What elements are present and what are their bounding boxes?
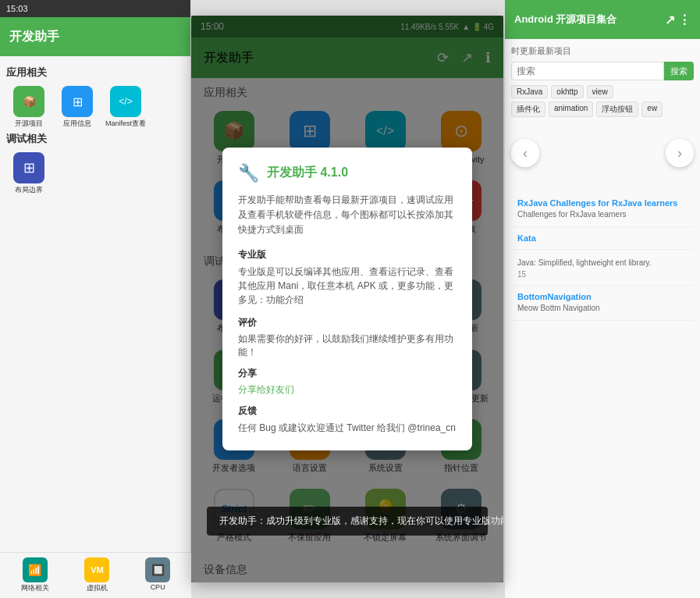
- icon-label: Manifest查看: [105, 119, 146, 129]
- popup-rating-title: 评价: [238, 316, 457, 329]
- left-time: 15:03: [6, 4, 28, 13]
- manifest-icon: </>: [110, 86, 141, 117]
- right-header: Android 开源项目集合 ↗ ⋮: [505, 0, 700, 39]
- icon-label: 网络相关: [21, 583, 49, 593]
- popup-feedback-text: 任何 Bug 或建议欢迎通过 Twitter 给我们 @trinea_cn: [238, 421, 457, 435]
- tag-animation[interactable]: animation: [549, 101, 593, 117]
- tag-view[interactable]: view: [587, 85, 613, 98]
- nav-right-arrow[interactable]: ›: [666, 139, 694, 167]
- tag-plugin[interactable]: 插件化: [511, 101, 545, 117]
- open-source-icon: 📦: [13, 86, 44, 117]
- list-item[interactable]: 📶 网络相关: [21, 557, 49, 593]
- repo-desc: Meow Bottm Navigation: [517, 303, 688, 314]
- icon-label: 虚拟机: [87, 583, 108, 593]
- repo-title: RxJava Challenges for RxJava learners: [517, 198, 688, 208]
- popup-feedback-title: 反馈: [238, 404, 457, 418]
- left-section-debug: 调试相关: [6, 129, 184, 149]
- tag-ew[interactable]: ew: [641, 101, 663, 117]
- layout-border-icon: ⊞: [13, 152, 44, 183]
- left-panel: 15:03 开发助手 应用相关 📦 开源项目 ⊞ 应用信息 </> Manife…: [0, 0, 191, 598]
- popup-rating-text: 如果需要你的好评，以鼓励我们继续维护更多有用功能！: [238, 333, 457, 359]
- left-header-title: 开发助手: [9, 29, 59, 45]
- popup-header: 🔧 开发助手 4.1.0: [238, 163, 457, 183]
- repo-item-3[interactable]: Java: Simplified, lightweight ent librar…: [511, 250, 694, 286]
- left-app-icons: 📦 开源项目 ⊞ 应用信息 </> Manifest查看: [6, 86, 184, 129]
- popup-card: 🔧 开发助手 4.1.0 开发助手能帮助查看每日最新开源项目，速调试应用及查看手…: [222, 148, 472, 451]
- app-info-icon: ⊞: [62, 86, 93, 117]
- repo-meta: 15: [517, 270, 688, 279]
- nav-area: ‹ ›: [511, 123, 694, 186]
- vm-icon: VM: [84, 557, 109, 582]
- toast-message: 开发助手：成功升级到专业版，感谢支持，现在你可以使用专业版功能了: [207, 507, 488, 536]
- left-bottom: 📶 网络相关 VM 虚拟机 🔲 CPU: [0, 552, 191, 598]
- right-header-title: Android 开源项目集合: [514, 12, 616, 27]
- repo-item-1[interactable]: RxJava Challenges for RxJava learners Ch…: [511, 192, 694, 227]
- popup-wrench-icon: 🔧: [238, 163, 259, 183]
- list-item[interactable]: ⊞ 应用信息: [55, 86, 100, 129]
- nav-left-arrow[interactable]: ‹: [511, 139, 539, 167]
- popup-overlay[interactable]: 🔧 开发助手 4.1.0 开发助手能帮助查看每日最新开源项目，速调试应用及查看手…: [191, 16, 503, 582]
- tag-okhttp[interactable]: okhttp: [551, 85, 583, 98]
- list-item[interactable]: 📦 开源项目: [6, 86, 52, 129]
- search-button[interactable]: 搜索: [664, 62, 694, 80]
- right-search-bar: 搜索: [511, 62, 694, 80]
- repo-item-4[interactable]: BottomNavigation Meow Bottm Navigation: [511, 286, 694, 321]
- tag-float[interactable]: 浮动按钮: [596, 101, 638, 117]
- list-item[interactable]: ⊞ 布局边界: [6, 152, 52, 195]
- tag-rxjava[interactable]: RxJava: [511, 85, 548, 98]
- popup-share-text: 分享给好友们: [238, 383, 457, 397]
- tag-row2: 插件化 animation 浮动按钮 ew: [511, 101, 694, 117]
- popup-special-text: 专业版是可以反编译其他应用、查看运行记录、查看其他应用 Mani，取任意本机 A…: [238, 265, 457, 307]
- search-input[interactable]: [511, 62, 664, 80]
- right-subtitle: 时更新最新项目: [511, 45, 694, 57]
- repo-desc: Java: Simplified, lightweight ent librar…: [517, 258, 688, 269]
- popup-share-title: 分享: [238, 367, 457, 380]
- left-section-app: 应用相关: [6, 62, 184, 83]
- list-item[interactable]: </> Manifest查看: [103, 86, 148, 129]
- repo-title: BottomNavigation: [517, 292, 688, 301]
- left-debug-icons: ⊞ 布局边界: [6, 152, 184, 195]
- left-header: 开发助手: [0, 17, 190, 56]
- list-item[interactable]: VM 虚拟机: [84, 557, 109, 593]
- tag-row: RxJava okhttp view: [511, 85, 694, 98]
- repo-title: Kata: [517, 233, 688, 243]
- left-content: 应用相关 📦 开源项目 ⊞ 应用信息 </> Manifest查看 调试相关 ⊞…: [0, 56, 190, 201]
- right-content: 时更新最新项目 搜索 RxJava okhttp view 插件化 animat…: [505, 39, 700, 327]
- icon-label: 布局边界: [15, 185, 43, 195]
- icon-label: CPU: [151, 583, 165, 591]
- left-status-bar: 15:03: [0, 0, 190, 17]
- popup-special-section: 专业版: [238, 248, 457, 262]
- popup-title: 开发助手 4.1.0: [267, 165, 348, 181]
- repo-desc: Challenges for RxJava learners: [517, 209, 688, 220]
- left-bottom-row: 📶 网络相关 VM 虚拟机 🔲 CPU: [0, 552, 191, 598]
- popup-body: 开发助手能帮助查看每日最新开源项目，速调试应用及查看手机软硬件信息，每个图标都可…: [238, 193, 457, 238]
- repo-item-2[interactable]: Kata: [511, 227, 694, 250]
- right-panel: Android 开源项目集合 ↗ ⋮ 时更新最新项目 搜索 RxJava okh…: [505, 0, 700, 598]
- network-icon: 📶: [23, 557, 48, 582]
- icon-label: 应用信息: [63, 119, 91, 129]
- icon-label: 开源项目: [15, 119, 43, 129]
- list-item[interactable]: 🔲 CPU: [145, 557, 170, 593]
- cpu-icon: 🔲: [145, 557, 170, 582]
